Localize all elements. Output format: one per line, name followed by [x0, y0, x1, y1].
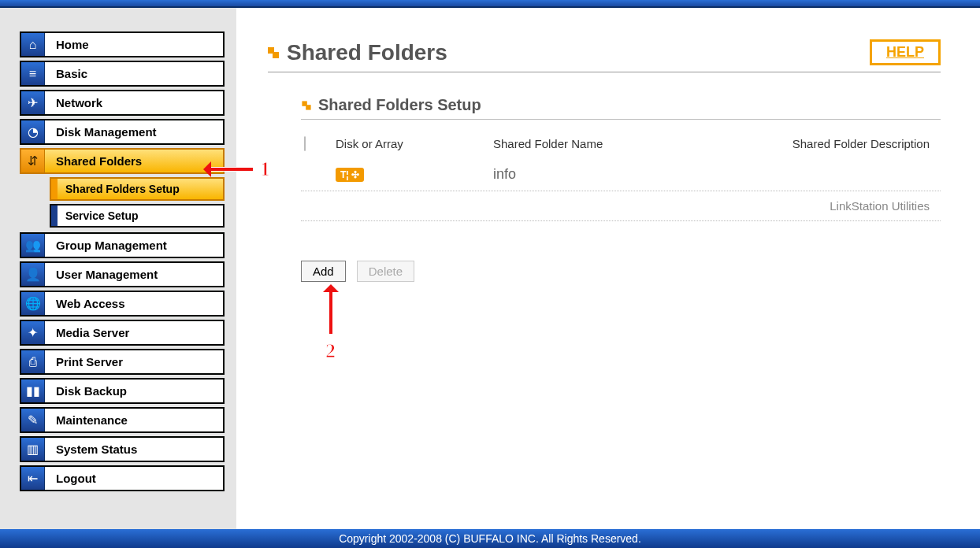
footer-text: Copyright 2002-2008 (C) BUFFALO INC. All…: [339, 532, 641, 545]
sidebar-item-label: System Status: [45, 438, 223, 461]
sidebar-item-network[interactable]: ✈Network: [20, 90, 225, 116]
col-desc: Shared Folder Description: [729, 137, 937, 150]
shared-folders-section: Shared Folders Setup Disk or Array Share…: [301, 96, 941, 221]
disk-backup-icon: ▮▮: [21, 380, 45, 402]
system-status-icon: ▥: [21, 438, 45, 461]
sidebar-item-logout[interactable]: ⇤Logout: [20, 465, 225, 491]
add-button[interactable]: Add: [301, 261, 346, 282]
subnav-item-shared-folders-setup[interactable]: Shared Folders Setup: [50, 177, 225, 201]
section-bullet-icon: [302, 101, 310, 109]
group-management-icon: 👥: [21, 234, 45, 257]
help-button[interactable]: HELP: [870, 39, 941, 65]
maintenance-icon: ✎: [21, 409, 45, 431]
folders-table: Disk or Array Shared Folder Name Shared …: [301, 129, 941, 221]
sidebar-item-label: Disk Management: [45, 120, 223, 143]
sidebar-item-label: Disk Backup: [45, 380, 223, 402]
sidebar-item-label: Network: [45, 91, 223, 114]
sidebar-item-system-status[interactable]: ▥System Status: [20, 436, 225, 462]
sidebar-item-label: Maintenance: [45, 409, 223, 431]
delete-button[interactable]: Delete: [357, 261, 414, 282]
subnav-item-label: Shared Folders Setup: [58, 179, 223, 199]
sidebar-item-label: Print Server: [45, 350, 223, 373]
sidebar-item-print-server[interactable]: ⎙Print Server: [20, 349, 225, 375]
home-icon: ⌂: [21, 33, 45, 56]
table-row[interactable]: LinkStation Utilities: [301, 191, 941, 221]
folder-icon: T¦ ✣: [336, 168, 364, 182]
sidebar-item-label: Logout: [45, 467, 223, 490]
footer: Copyright 2002-2008 (C) BUFFALO INC. All…: [0, 529, 980, 548]
subnav-accent: [51, 206, 58, 226]
subnav-item-label: Service Setup: [58, 206, 223, 226]
network-icon: ✈: [21, 91, 45, 114]
content-area: Shared Folders HELP Shared Folders Setup…: [236, 8, 980, 548]
sidebar: ⌂Home≡Basic✈Network◔Disk Management⇵Shar…: [0, 8, 236, 548]
disk-management-icon: ◔: [21, 120, 45, 143]
user-management-icon: 👤: [21, 263, 45, 286]
top-bar: [0, 0, 980, 8]
table-row[interactable]: T¦ ✣ info: [301, 158, 941, 191]
sidebar-item-shared-folders[interactable]: ⇵Shared Folders: [20, 148, 225, 174]
subnav-accent: [51, 179, 58, 199]
page-title: Shared Folders: [287, 40, 447, 65]
row-desc: LinkStation Utilities: [729, 199, 937, 213]
print-server-icon: ⎙: [21, 350, 45, 373]
page-header: Shared Folders HELP: [268, 39, 941, 72]
sidebar-item-label: Home: [45, 33, 223, 56]
sidebar-item-label: Group Management: [45, 234, 223, 257]
subnav-item-service-setup[interactable]: Service Setup: [50, 204, 225, 228]
title-bullet-icon: [268, 47, 279, 58]
web-access-icon: 🌐: [21, 292, 45, 315]
sidebar-item-basic[interactable]: ≡Basic: [20, 61, 225, 87]
col-name: Shared Folder Name: [493, 137, 729, 150]
sidebar-item-label: Shared Folders: [45, 150, 223, 172]
section-title: Shared Folders Setup: [318, 96, 481, 114]
basic-icon: ≡: [21, 62, 45, 85]
media-server-icon: ✦: [21, 321, 45, 344]
sidebar-item-group-management[interactable]: 👥Group Management: [20, 232, 225, 258]
shared-folders-icon: ⇵: [21, 150, 45, 172]
table-header: Disk or Array Shared Folder Name Shared …: [301, 129, 941, 158]
sidebar-item-disk-management[interactable]: ◔Disk Management: [20, 119, 225, 145]
select-all-checkbox[interactable]: [304, 136, 306, 151]
sidebar-item-home[interactable]: ⌂Home: [20, 31, 225, 57]
logout-icon: ⇤: [21, 467, 45, 490]
col-disk: Disk or Array: [336, 137, 493, 150]
sidebar-item-label: User Management: [45, 263, 223, 286]
sidebar-item-user-management[interactable]: 👤User Management: [20, 261, 225, 287]
sidebar-item-maintenance[interactable]: ✎Maintenance: [20, 407, 225, 433]
sidebar-item-label: Web Access: [45, 292, 223, 315]
sidebar-item-label: Media Server: [45, 321, 223, 344]
sidebar-item-media-server[interactable]: ✦Media Server: [20, 320, 225, 346]
sidebar-item-web-access[interactable]: 🌐Web Access: [20, 291, 225, 317]
sidebar-item-label: Basic: [45, 62, 223, 85]
row-name: info: [493, 166, 729, 183]
actions-row: Add Delete: [301, 261, 941, 282]
sidebar-item-disk-backup[interactable]: ▮▮Disk Backup: [20, 378, 225, 404]
